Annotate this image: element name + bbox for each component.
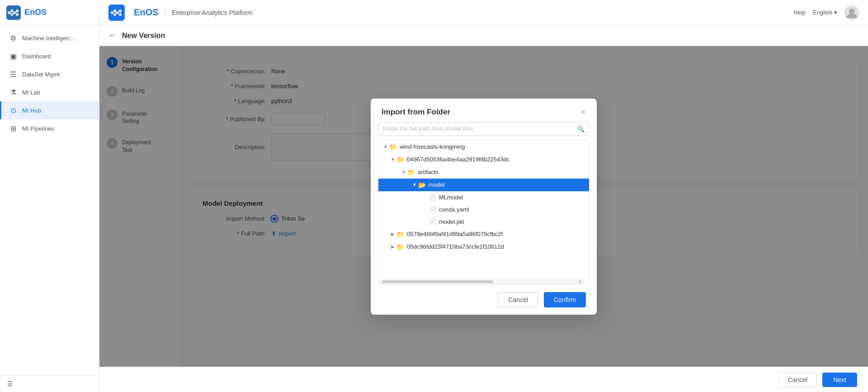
tree-node-hash2[interactable]: ▶ 📁 0579e46bf9af41d99a5a96f078cfbc2f [378, 228, 589, 241]
tree-node-artifacts[interactable]: ▼ 📁 artifacts [378, 166, 589, 179]
sidebar-item-mi-pipelines[interactable]: ⊞ MI Pipelines [0, 119, 99, 137]
topbar: EnOS | Enterprise Analytics Platform Hel… [99, 0, 868, 25]
mi-lab-icon: ⚗ [9, 88, 18, 97]
topbar-separator: | [164, 7, 166, 18]
folder-icon-artifacts: 📁 [407, 169, 415, 176]
sidebar-menu-toggle[interactable]: ☰ [0, 375, 99, 392]
dialog-confirm-button[interactable]: Confirm [544, 292, 586, 307]
back-button[interactable]: ← [108, 31, 117, 40]
machine-intelligence-icon: ⚙ [9, 33, 18, 43]
mi-pipelines-icon: ⊞ [9, 124, 18, 133]
file-icon-mlmodel: 📄 [429, 194, 436, 201]
svg-point-2 [13, 11, 16, 14]
folder-icon-hash2: 📁 [396, 231, 404, 238]
topbar-logo [108, 5, 125, 21]
hscroll-right-arrow: ▶ [579, 279, 583, 284]
tree-label-hash1: 04967d50536a4be4aa2919f8b22543dc [407, 156, 509, 163]
sidebar-logo: EnOS [0, 0, 99, 25]
sidebar-item-label-mi-pipelines: MI Pipelines [22, 125, 54, 132]
tree-label-mlmodel: MLmodel [439, 194, 463, 201]
svg-point-11 [119, 13, 122, 16]
folder-icon-hash3: 📁 [396, 243, 404, 250]
bottom-bar: Cancel Next [99, 367, 868, 392]
tree-label-conda: conda.yaml [439, 206, 469, 213]
dialog-close-button[interactable]: × [581, 108, 586, 116]
tree-label-artifacts: artifacts [418, 169, 439, 175]
tree-label-model-pkl: model.pkl [439, 218, 464, 225]
file-icon-model-pkl: 📄 [429, 218, 436, 225]
topbar-brand: Enterprise Analytics Platform [172, 9, 253, 16]
caret-icon-model: ▼ [411, 182, 418, 187]
file-icon-conda: 📄 [429, 206, 436, 213]
dataset-icon: ☰ [9, 70, 18, 79]
modal-overlay: Import from Folder × 🔍 ▼ 📁 wind-forecast… [99, 46, 868, 367]
svg-point-9 [119, 9, 122, 12]
dialog-search-bar: 🔍 [378, 122, 590, 136]
caret-icon-hash1: ▼ [389, 157, 396, 162]
svg-point-1 [10, 9, 13, 12]
tree-scroll-area[interactable]: ▼ 📁 wind-forecasts-kongming ▼ 📁 04967d50… [378, 141, 589, 284]
tree-label-hash2: 0579e46bf9af41d99a5a96f078cfbc2f [407, 231, 503, 237]
path-search-input[interactable] [383, 125, 577, 132]
page-header: ← New Version [99, 25, 868, 46]
sidebar-item-dashboard[interactable]: ▣ Dashboard [0, 47, 99, 65]
import-folder-dialog: Import from Folder × 🔍 ▼ 📁 wind-forecast… [371, 99, 597, 315]
language-selector[interactable]: English ▾ [813, 9, 837, 16]
hscroll-thumb [382, 280, 493, 283]
next-button[interactable]: Next [822, 373, 857, 387]
tree-node-mlmodel[interactable]: 📄 MLmodel [378, 191, 589, 203]
topbar-logo-text: EnOS [134, 7, 158, 18]
hscroll-bar: ▶ [378, 279, 585, 284]
caret-icon-wind: ▼ [382, 144, 389, 149]
tree-node-model-pkl[interactable]: 📄 model.pkl [378, 216, 589, 228]
caret-icon-hash2: ▶ [389, 231, 396, 236]
dashboard-icon: ▣ [9, 52, 18, 61]
svg-point-3 [16, 9, 19, 12]
tree-label-hash3: 05dc96fdd23f4710ba73ccfe1f10812d [407, 243, 504, 250]
caret-icon-artifacts: ▼ [400, 170, 407, 175]
svg-point-10 [113, 13, 116, 16]
sidebar-item-dataset-mgmt[interactable]: ☰ DataSet Mgmt [0, 65, 99, 83]
tree-node-hash1[interactable]: ▼ 📁 04967d50536a4be4aa2919f8b22543dc [378, 153, 589, 166]
search-icon: 🔍 [577, 125, 585, 132]
sidebar-nav: ⚙ Machine Intelligen... ▣ Dashboard ☰ Da… [0, 25, 99, 375]
svg-point-7 [113, 9, 116, 12]
svg-point-8 [116, 11, 119, 14]
help-button[interactable]: Help [794, 9, 806, 16]
folder-tree: ▼ 📁 wind-forecasts-kongming ▼ 📁 04967d50… [378, 140, 590, 285]
caret-icon-hash3: ▶ [389, 244, 396, 249]
sidebar-item-label-machine-intelligence: Machine Intelligen... [22, 35, 75, 42]
dialog-footer: Cancel Confirm [371, 285, 597, 315]
tree-node-conda[interactable]: 📄 conda.yaml [378, 203, 589, 216]
sidebar-item-label-mi-hub: MI Hub [22, 107, 41, 114]
tree-node-wind-forecasts[interactable]: ▼ 📁 wind-forecasts-kongming [378, 141, 589, 153]
enos-logo-icon [6, 5, 21, 20]
dialog-header: Import from Folder × [371, 99, 597, 122]
svg-point-13 [849, 9, 854, 14]
tree-label-model: model [429, 181, 444, 188]
tree-node-hash3[interactable]: ▶ 📁 05dc96fdd23f4710ba73ccfe1f10812d [378, 241, 589, 253]
sidebar-item-label-mi-lab: MI Lab [22, 89, 40, 96]
sidebar-item-label-dataset: DataSet Mgmt [22, 71, 60, 78]
tree-node-model[interactable]: ▼ 📂 model [378, 179, 589, 191]
cancel-button[interactable]: Cancel [778, 372, 817, 387]
sidebar-item-mi-lab[interactable]: ⚗ MI Lab [0, 83, 99, 101]
sidebar: EnOS ⚙ Machine Intelligen... ▣ Dashboard… [0, 0, 99, 392]
mi-hub-icon: ⊙ [9, 106, 18, 115]
dialog-cancel-button[interactable]: Cancel [498, 292, 538, 307]
dialog-title: Import from Folder [382, 108, 450, 117]
sidebar-item-machine-intelligence[interactable]: ⚙ Machine Intelligen... [0, 29, 99, 47]
enos-logo-text: EnOS [24, 8, 47, 17]
folder-icon-hash1: 📁 [396, 156, 404, 163]
user-avatar[interactable] [844, 5, 859, 20]
content-area: 1 VersionConfiguration 2 Build Log 3 Par… [99, 46, 868, 367]
folder-icon-model: 📂 [418, 181, 426, 189]
chevron-down-icon: ▾ [834, 9, 837, 16]
sidebar-item-mi-hub[interactable]: ⊙ MI Hub [0, 101, 99, 119]
main-wrapper: EnOS | Enterprise Analytics Platform Hel… [99, 0, 868, 392]
topbar-right: Help English ▾ [794, 5, 859, 20]
svg-point-4 [10, 13, 13, 16]
svg-point-6 [111, 11, 113, 14]
svg-point-5 [16, 13, 19, 16]
folder-icon-wind: 📁 [389, 143, 397, 151]
